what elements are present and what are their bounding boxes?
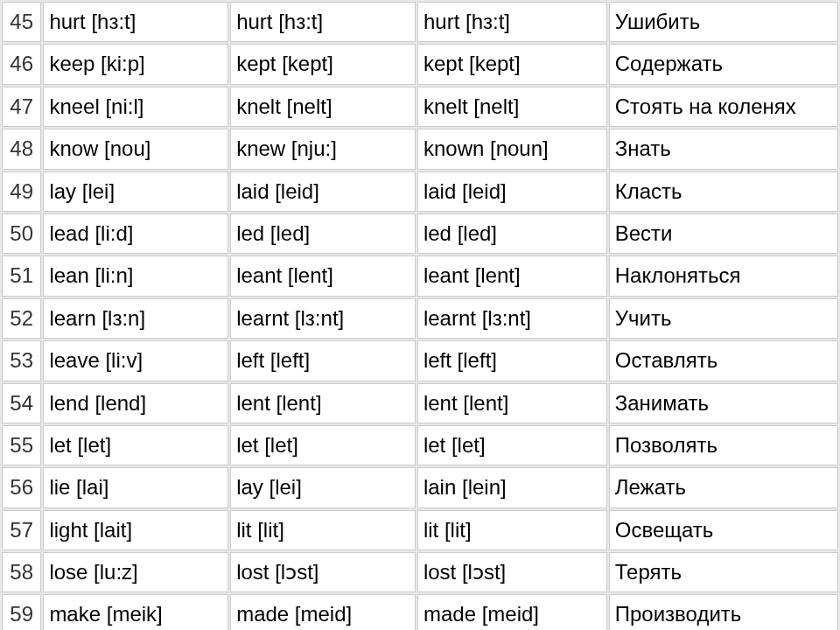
past-participle: known [noun] bbox=[417, 129, 607, 169]
translation: Освещать bbox=[609, 510, 838, 550]
base-form: learn [lз:n] bbox=[43, 298, 228, 339]
base-form: lead [li:d] bbox=[43, 214, 228, 254]
row-number: 48 bbox=[2, 129, 41, 169]
translation: Знать bbox=[609, 129, 838, 169]
translation: Лежать bbox=[609, 467, 838, 508]
past-simple: lit [lit] bbox=[230, 510, 416, 550]
past-participle: laid [leid] bbox=[417, 172, 607, 212]
base-form: lend [lend] bbox=[43, 383, 228, 424]
past-participle: leant [lent] bbox=[417, 256, 607, 296]
table-body: 45hurt [hз:t]hurt [hз:t]hurt [hз:t]Ушиби… bbox=[2, 2, 838, 630]
irregular-verbs-table: 45hurt [hз:t]hurt [hз:t]hurt [hз:t]Ушиби… bbox=[0, 0, 840, 630]
row-number: 57 bbox=[2, 510, 41, 550]
base-form: keep [ki:p] bbox=[43, 44, 228, 84]
base-form: light [lait] bbox=[43, 510, 228, 550]
translation: Оставлять bbox=[609, 340, 838, 381]
past-participle: left [left] bbox=[417, 340, 607, 381]
past-participle: let [let] bbox=[417, 425, 607, 466]
row-number: 58 bbox=[2, 552, 41, 592]
row-number: 52 bbox=[2, 298, 41, 339]
past-participle: lain [lein] bbox=[417, 467, 607, 508]
past-simple: laid [leid] bbox=[230, 172, 416, 212]
base-form: hurt [hз:t] bbox=[43, 2, 228, 42]
base-form: make [meik] bbox=[43, 594, 228, 630]
table-row: 59make [meik]made [meid]made [meid]Произ… bbox=[2, 594, 838, 630]
row-number: 46 bbox=[2, 44, 41, 84]
past-participle: knelt [nelt] bbox=[417, 87, 607, 127]
translation: Позволять bbox=[609, 425, 838, 466]
base-form: leave [li:v] bbox=[43, 340, 228, 381]
table-row: 46keep [ki:p]kept [kept]kept [kept]Содер… bbox=[2, 44, 838, 84]
table-row: 45hurt [hз:t]hurt [hз:t]hurt [hз:t]Ушиби… bbox=[2, 2, 838, 42]
table-row: 55let [let]let [let]let [let]Позволять bbox=[2, 425, 838, 466]
base-form: kneel [ni:l] bbox=[43, 87, 228, 127]
table-row: 53leave [li:v]left [left]left [left]Оста… bbox=[2, 340, 838, 381]
translation: Содержать bbox=[609, 44, 838, 84]
past-participle: lost [lɔst] bbox=[417, 552, 607, 592]
row-number: 53 bbox=[2, 340, 41, 381]
row-number: 59 bbox=[2, 594, 41, 630]
base-form: lose [lu:z] bbox=[43, 552, 228, 592]
past-simple: learnt [lз:nt] bbox=[230, 298, 416, 339]
translation: Стоять на коленях bbox=[609, 87, 838, 127]
past-simple: knelt [nelt] bbox=[230, 87, 416, 127]
translation: Терять bbox=[609, 552, 838, 592]
table-row: 50lead [li:d]led [led]led [led]Вести bbox=[2, 214, 838, 254]
past-participle: lit [lit] bbox=[417, 510, 607, 550]
row-number: 55 bbox=[2, 425, 41, 466]
table-row: 47kneel [ni:l]knelt [nelt]knelt [nelt]Ст… bbox=[2, 87, 838, 127]
table-row: 52learn [lз:n]learnt [lз:nt]learnt [lз:n… bbox=[2, 298, 838, 339]
table-row: 54lend [lend]lent [lent]lent [lent]Заним… bbox=[2, 383, 838, 424]
past-simple: let [let] bbox=[230, 425, 416, 466]
base-form: let [let] bbox=[43, 425, 228, 466]
row-number: 51 bbox=[2, 256, 41, 296]
table-row: 57light [lait]lit [lit]lit [lit]Освещать bbox=[2, 510, 838, 550]
row-number: 54 bbox=[2, 383, 41, 424]
row-number: 49 bbox=[2, 172, 41, 212]
past-simple: knew [nju:] bbox=[230, 129, 416, 169]
translation: Наклоняться bbox=[609, 256, 838, 296]
past-simple: leant [lent] bbox=[230, 256, 416, 296]
past-simple: hurt [hз:t] bbox=[230, 2, 416, 42]
past-simple: lent [lent] bbox=[230, 383, 416, 424]
past-participle: led [led] bbox=[417, 214, 607, 254]
translation: Класть bbox=[609, 172, 838, 212]
table-row: 58lose [lu:z]lost [lɔst]lost [lɔst]Терят… bbox=[2, 552, 838, 592]
row-number: 50 bbox=[2, 214, 41, 254]
translation: Производить bbox=[609, 594, 838, 630]
past-participle: learnt [lз:nt] bbox=[417, 298, 607, 339]
table-row: 49lay [lei]laid [leid]laid [leid]Класть bbox=[2, 172, 838, 212]
table-row: 56lie [lai]lay [lei]lain [lein]Лежать bbox=[2, 467, 838, 508]
base-form: lie [lai] bbox=[43, 467, 228, 508]
row-number: 47 bbox=[2, 87, 41, 127]
past-simple: lost [lɔst] bbox=[230, 552, 416, 592]
table-row: 48know [nou]knew [nju:]known [noun]Знать bbox=[2, 129, 838, 169]
translation: Вести bbox=[609, 214, 838, 254]
row-number: 56 bbox=[2, 467, 41, 508]
past-participle: kept [kept] bbox=[417, 44, 607, 84]
translation: Учить bbox=[609, 298, 838, 339]
past-simple: led [led] bbox=[230, 214, 416, 254]
past-participle: hurt [hз:t] bbox=[417, 2, 607, 42]
past-simple: left [left] bbox=[230, 340, 416, 381]
base-form: know [nou] bbox=[43, 129, 228, 169]
row-number: 45 bbox=[2, 2, 41, 42]
base-form: lean [li:n] bbox=[43, 256, 228, 296]
past-participle: lent [lent] bbox=[417, 383, 607, 424]
past-simple: kept [kept] bbox=[230, 44, 416, 84]
translation: Ушибить bbox=[609, 2, 838, 42]
past-simple: made [meid] bbox=[230, 594, 416, 630]
base-form: lay [lei] bbox=[43, 172, 228, 212]
translation: Занимать bbox=[609, 383, 838, 424]
past-simple: lay [lei] bbox=[230, 467, 416, 508]
table-row: 51lean [li:n]leant [lent]leant [lent]Нак… bbox=[2, 256, 838, 296]
past-participle: made [meid] bbox=[417, 594, 607, 630]
